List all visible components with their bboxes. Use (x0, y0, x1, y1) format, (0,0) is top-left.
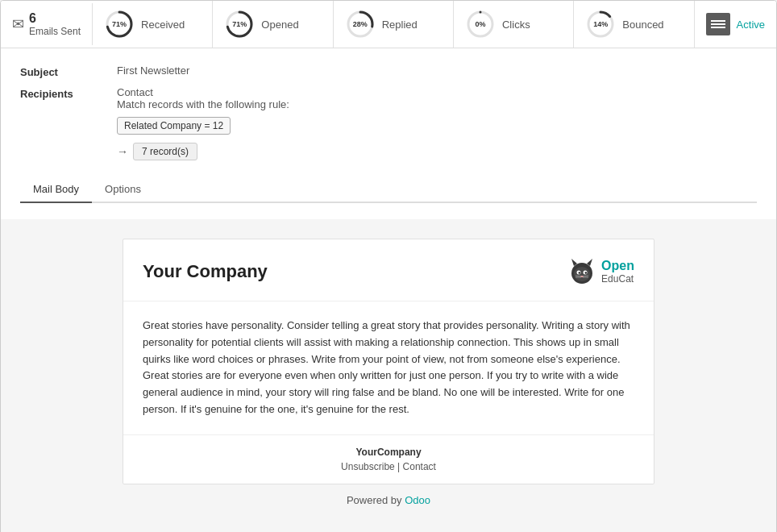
mail-body-area: Your Company (1, 219, 776, 532)
opened-label: Opened (261, 19, 298, 31)
clicks-label: Clicks (502, 19, 530, 31)
opened-circle: 71% (224, 9, 255, 39)
stats-bar: ✉ 6 Emails Sent 71% Received (1, 1, 776, 48)
received-circle: 71% (104, 9, 135, 39)
logo-subtext: EduCat (601, 273, 634, 285)
emails-sent-label: Emails Sent (29, 26, 81, 37)
body-paragraph-2: Great stories are for everyone even when… (143, 368, 634, 418)
bounced-stat: 14% Bounced (574, 1, 694, 48)
bounced-circle: 14% (585, 9, 616, 39)
replied-stat: 28% Replied (334, 1, 454, 48)
logo-area: Open EduCat (566, 256, 634, 288)
logo-cat-icon (566, 256, 598, 288)
powered-by-text: Powered by (347, 494, 405, 506)
recipients-label: Recipients (20, 86, 117, 100)
svg-point-16 (579, 272, 580, 273)
bounced-label: Bounced (622, 19, 663, 31)
tab-options[interactable]: Options (92, 177, 154, 203)
opened-stat: 71% Opened (213, 1, 333, 48)
clicks-stat: 0% Clicks (454, 1, 574, 48)
svg-point-17 (585, 272, 587, 273)
contact-link[interactable]: Contact (403, 461, 436, 472)
recipients-content: Contact Match records with the following… (117, 86, 289, 160)
subject-row: Subject First Newsletter (20, 64, 757, 78)
main-window: ✉ 6 Emails Sent 71% Received (0, 0, 777, 532)
body-paragraph-1: Great stories have personality. Consider… (143, 318, 634, 368)
logo-text: Open (601, 259, 634, 273)
rule-badge[interactable]: Related Company = 12 (117, 117, 231, 135)
logo-text-block: Open EduCat (601, 259, 634, 285)
received-stat: 71% Received (93, 1, 213, 48)
clicks-pct: 0% (475, 20, 485, 28)
tab-mail-body[interactable]: Mail Body (20, 177, 92, 203)
tabs-bar: Mail Body Options (20, 177, 757, 203)
emails-sent-count: 6 (29, 11, 81, 26)
recipients-value: Contact (117, 86, 289, 98)
unsubscribe-link[interactable]: Unsubscribe (341, 461, 395, 472)
subject-label: Subject (20, 64, 117, 78)
subject-value: First Newsletter (117, 64, 189, 77)
replied-label: Replied (382, 19, 418, 31)
email-icon: ✉ (12, 15, 24, 33)
replied-pct: 28% (353, 20, 368, 28)
records-badge[interactable]: 7 record(s) (133, 143, 197, 160)
received-label: Received (141, 19, 185, 31)
replied-circle: 28% (345, 9, 376, 39)
opened-pct: 71% (232, 20, 247, 28)
powered-by: Powered by Odoo (33, 484, 744, 516)
odoo-link[interactable]: Odoo (405, 494, 430, 506)
footer-company: YourCompany (143, 447, 634, 458)
svg-point-11 (574, 267, 590, 281)
content-area: Subject First Newsletter Recipients Cont… (1, 48, 776, 219)
emails-sent-stat: ✉ 6 Emails Sent (1, 3, 93, 45)
clicks-circle: 0% (465, 9, 496, 39)
recipients-row: Recipients Contact Match records with th… (20, 86, 757, 160)
company-name: Your Company (143, 261, 268, 282)
email-body: Great stories have personality. Consider… (123, 301, 654, 434)
active-label: Active (737, 19, 765, 31)
email-footer: YourCompany Unsubscribe | Contact (123, 434, 654, 484)
received-pct: 71% (112, 20, 127, 28)
arrow-icon: → (117, 145, 128, 158)
email-card: Your Company (123, 239, 654, 484)
active-stat: Active (695, 5, 776, 44)
email-header: Your Company (123, 239, 654, 301)
records-row: → 7 record(s) (117, 143, 289, 160)
footer-links: Unsubscribe | Contact (143, 461, 634, 472)
match-rule-text: Match records with the following rule: (117, 98, 289, 110)
bounced-pct: 14% (593, 20, 608, 28)
